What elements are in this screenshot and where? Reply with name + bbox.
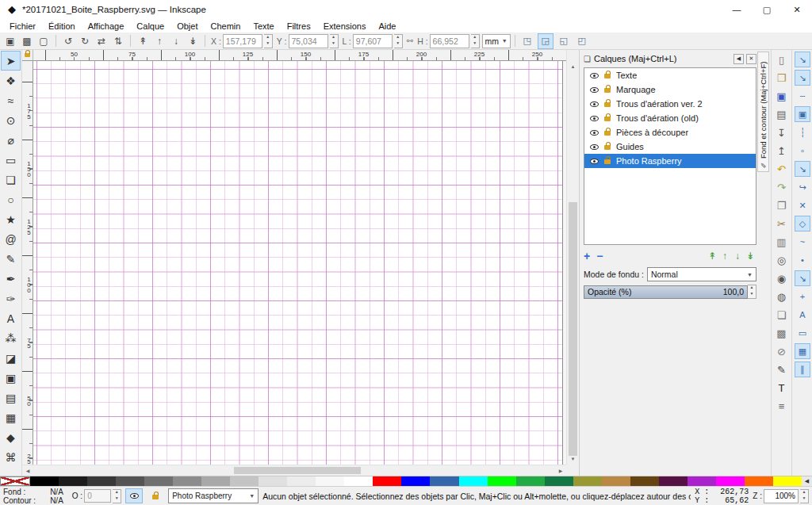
visibility-eye-icon[interactable] — [590, 87, 599, 93]
vertical-scrollbar[interactable]: ▲ ▼ — [566, 50, 579, 465]
color-swatch[interactable] — [87, 476, 116, 486]
raise-to-top-button[interactable]: ↟ — [135, 33, 151, 49]
color-swatch[interactable] — [630, 476, 659, 486]
lower-button[interactable]: ↓ — [168, 33, 184, 49]
width-spinner[interactable]: ▲▼ — [394, 34, 403, 48]
color-swatch[interactable] — [287, 476, 316, 486]
canvas-viewport[interactable] — [33, 61, 566, 465]
scroll-down-icon[interactable]: ▼ — [567, 453, 579, 465]
color-swatch[interactable] — [259, 476, 287, 486]
layer-lock-toggle[interactable] — [147, 488, 164, 503]
selector-tool[interactable]: ➤ — [1, 51, 21, 71]
current-layer-dropdown[interactable]: Photo Raspberry ▼ — [168, 488, 259, 503]
star-tool[interactable]: ★ — [1, 209, 21, 229]
x-spinner[interactable]: ▲▼ — [264, 34, 273, 48]
zoom-tool[interactable]: ⊙ — [1, 110, 21, 130]
zoom-spinner[interactable]: ▲▼ — [800, 489, 809, 503]
snap-to-paths-button[interactable]: ↪ — [795, 179, 810, 195]
affect-gradient-button[interactable]: ◱ — [556, 33, 572, 49]
zoom-drawing-button[interactable]: ◉ — [773, 270, 791, 286]
open-document-button[interactable]: ❒ — [773, 70, 791, 86]
menu-item[interactable]: Aide — [372, 19, 402, 33]
rotate-cw-button[interactable]: ↻ — [77, 33, 93, 49]
minimize-button[interactable]: — — [722, 0, 752, 19]
text-dialog-button[interactable]: T — [773, 380, 791, 396]
snap-bbox-midpoints-button[interactable]: ┆ — [795, 124, 810, 140]
color-swatch[interactable] — [144, 476, 173, 486]
horizontal-ruler[interactable]: 5075100125150175200225250 — [33, 50, 566, 61]
layer-lower-button[interactable]: ↓ — [731, 251, 744, 262]
close-button[interactable]: ✕ — [782, 0, 812, 19]
snap-bbox-centers-button[interactable]: ▫ — [795, 143, 810, 159]
clone-button[interactable]: ▩ — [773, 325, 791, 341]
raise-button[interactable]: ↑ — [151, 33, 167, 49]
flip-horizontal-button[interactable]: ⇄ — [94, 33, 109, 49]
connector-tool[interactable]: ⌘ — [1, 447, 21, 467]
snap-bbox-corners-button[interactable]: ▣ — [795, 106, 810, 122]
menu-item[interactable]: Texte — [247, 19, 280, 33]
color-swatch[interactable] — [745, 476, 773, 486]
eraser-tool[interactable]: ◪ — [1, 348, 21, 368]
height-spinner[interactable]: ▲▼ — [471, 34, 480, 48]
height-field[interactable]: 66,952 — [430, 34, 469, 48]
blend-mode-dropdown[interactable]: Normal ▼ — [647, 267, 756, 281]
calligraphy-tool[interactable]: ✑ — [1, 289, 21, 308]
menu-item[interactable]: Édition — [42, 19, 82, 33]
dropper-tool[interactable]: ◆ — [1, 427, 21, 447]
snap-text-baseline-button[interactable]: A — [795, 307, 810, 323]
object-opacity-field[interactable]: 0 — [84, 489, 111, 503]
box3d-tool[interactable]: ❏ — [1, 170, 21, 189]
vertical-scrollbar-thumb[interactable] — [569, 202, 577, 456]
layers-dialog-button[interactable]: ≡ — [773, 398, 791, 414]
layer-lock-icon[interactable] — [604, 102, 611, 107]
color-swatch[interactable] — [344, 476, 373, 486]
zoom-selection-button[interactable]: ◎ — [773, 252, 791, 268]
color-swatch[interactable] — [173, 476, 201, 486]
palette-scroll-icon[interactable]: ◀ — [802, 476, 812, 486]
lock-ratio-icon[interactable]: ⚯ — [407, 36, 413, 45]
color-swatch[interactable] — [602, 476, 630, 486]
layer-row[interactable]: Trous d'aération (old) — [584, 111, 756, 125]
layer-lock-icon[interactable] — [604, 159, 611, 164]
horizontal-scrollbar-thumb[interactable] — [234, 467, 361, 474]
zoom-field[interactable]: 100% — [764, 489, 799, 503]
menu-item[interactable]: Chemin — [204, 19, 247, 33]
measure-tool[interactable]: ⌀ — [1, 130, 21, 150]
affect-pattern-button[interactable]: ◰ — [574, 33, 590, 49]
save-button[interactable]: ▣ — [773, 88, 791, 104]
color-swatch[interactable] — [116, 476, 144, 486]
rectangle-tool[interactable]: ▭ — [1, 150, 21, 170]
pencil-tool[interactable]: ✎ — [1, 249, 21, 269]
guide-lock-icon[interactable] — [25, 53, 30, 57]
layer-lock-icon[interactable] — [604, 131, 611, 136]
snap-cusp-nodes-button[interactable]: ◇ — [795, 216, 810, 231]
ellipse-tool[interactable]: ○ — [1, 189, 21, 209]
fill-stroke-dock-tab[interactable]: ✎ Fond et contour (Maj+Ctrl+F) — [757, 52, 769, 172]
color-swatch[interactable] — [545, 476, 573, 486]
color-swatch[interactable] — [773, 476, 802, 486]
spray-tool[interactable]: ⁂ — [1, 328, 21, 348]
rotate-ccw-button[interactable]: ↺ — [60, 33, 76, 49]
color-swatch[interactable] — [573, 476, 602, 486]
flip-vertical-button[interactable]: ⇅ — [110, 33, 126, 49]
deselect-button[interactable]: ▢ — [36, 33, 52, 49]
remove-layer-button[interactable]: − — [596, 251, 603, 262]
layer-row[interactable]: Marquage — [584, 82, 756, 97]
bezier-tool[interactable]: ✒ — [1, 269, 21, 289]
snap-enable-button[interactable]: ↘ — [795, 52, 810, 67]
snap-path-intersections-button[interactable]: ✕ — [795, 197, 810, 213]
snap-bbox-button[interactable]: ↘ — [795, 70, 810, 86]
color-swatch[interactable] — [201, 476, 230, 486]
snap-page-border-button[interactable]: ▭ — [795, 325, 810, 341]
affect-corners-button[interactable]: ◲ — [538, 33, 553, 49]
print-button[interactable]: ▤ — [773, 106, 791, 122]
vertical-ruler[interactable]: 175150125100755025 — [22, 61, 33, 465]
unit-dropdown[interactable]: mm ▼ — [482, 34, 511, 48]
color-swatch[interactable] — [659, 476, 688, 486]
color-swatch[interactable] — [716, 476, 745, 486]
visibility-eye-icon[interactable] — [590, 144, 599, 150]
layer-raise-button[interactable]: ↑ — [718, 251, 731, 262]
menu-item[interactable]: Fichier — [3, 19, 42, 33]
visibility-eye-icon[interactable] — [590, 73, 599, 78]
layer-lock-icon[interactable] — [604, 88, 611, 93]
